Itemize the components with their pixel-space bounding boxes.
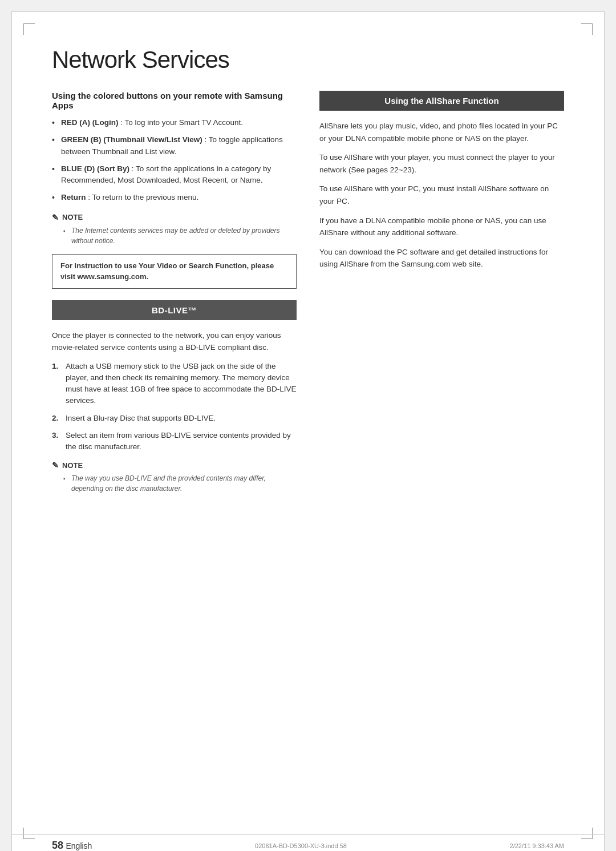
bullet-item-return-text: : To return to the previous menu. xyxy=(88,193,198,201)
bd-live-note-item-1: The way you use BD-LIVE and the provided… xyxy=(63,473,297,494)
allshare-para-5: You can download the PC software and get… xyxy=(319,246,564,271)
bullet-item-green: GREEN (B) (Thumbnail View/List View) : T… xyxy=(52,134,297,158)
bd-live-step-3: 3. Select an item from various BD-LIVE s… xyxy=(52,430,297,453)
bullet-item-red-text: : To log into your Smart TV Account. xyxy=(120,118,243,127)
note-label: NOTE xyxy=(62,213,83,221)
bd-live-note-label: NOTE xyxy=(62,461,83,470)
note-item-1-text: The Internet contents services may be ad… xyxy=(71,227,280,245)
note-icon: ✎ xyxy=(52,213,59,222)
bullet-item-red-bold: RED (A) (Login) xyxy=(61,118,118,127)
document-page: Network Services Using the colored butto… xyxy=(11,11,605,851)
allshare-para-4: If you have a DLNA compatible mobile pho… xyxy=(319,215,564,239)
bd-live-note-section: ✎ NOTE The way you use BD-LIVE and the p… xyxy=(52,461,297,494)
footer-date: 2/22/11 9:33:43 AM xyxy=(510,842,564,849)
bd-live-heading-text: BD-LIVE™ xyxy=(152,305,197,315)
note-section: ✎ NOTE The Internet contents services ma… xyxy=(52,213,297,246)
allshare-heading-box: Using the AllShare Function xyxy=(319,91,564,111)
note-sub-list: The Internet contents services may be ad… xyxy=(52,225,297,246)
bullet-item-return: Return : To return to the previous menu. xyxy=(52,192,297,203)
bd-live-note-sub-list: The way you use BD-LIVE and the provided… xyxy=(52,473,297,494)
bd-live-step-2: 2. Insert a Blu-ray Disc that supports B… xyxy=(52,413,297,424)
bd-live-steps-list: 1. Attach a USB memory stick to the USB … xyxy=(52,361,297,453)
step-2-num: 2. xyxy=(52,413,61,424)
corner-mark-top-right xyxy=(581,23,593,35)
allshare-para-1: AllShare lets you play music, video, and… xyxy=(319,120,564,144)
bd-live-note-item-1-text: The way you use BD-LIVE and the provided… xyxy=(71,474,266,493)
bullet-item-blue-bold: BLUE (D) (Sort By) xyxy=(61,164,129,173)
allshare-para-3: To use AllShare with your PC, you must i… xyxy=(319,183,564,207)
allshare-para-2: To use AllShare with your player, you mu… xyxy=(319,151,564,176)
info-box: For instruction to use Your Video or Sea… xyxy=(52,254,297,289)
left-column: Using the colored buttons on your remote… xyxy=(52,91,297,502)
content-layout: Using the colored buttons on your remote… xyxy=(52,91,564,502)
remote-section-heading: Using the colored buttons on your remote… xyxy=(52,91,297,110)
corner-mark-top-left xyxy=(23,23,35,35)
step-3-num: 3. xyxy=(52,430,61,453)
bullet-item-blue: BLUE (D) (Sort By) : To sort the applica… xyxy=(52,163,297,187)
bullet-item-green-bold: GREEN (B) (Thumbnail View/List View) xyxy=(61,135,202,144)
allshare-heading-text: Using the AllShare Function xyxy=(384,96,499,106)
bullet-item-return-bold: Return xyxy=(61,193,86,201)
page-number-section: 58 English xyxy=(52,840,92,851)
bullet-item-red: RED (A) (Login) : To log into your Smart… xyxy=(52,117,297,128)
right-column: Using the AllShare Function AllShare let… xyxy=(319,91,564,502)
bd-live-intro: Once the player is connected to the netw… xyxy=(52,329,297,354)
bd-live-note-icon: ✎ xyxy=(52,461,59,470)
footer-file: 02061A-BD-D5300-XU-3.indd 58 xyxy=(255,842,347,849)
bd-live-note-header: ✎ NOTE xyxy=(52,461,297,470)
info-box-text: For instruction to use Your Video or Sea… xyxy=(60,261,274,281)
bd-live-heading-box: BD-LIVE™ xyxy=(52,300,297,320)
page-title: Network Services xyxy=(52,46,564,74)
page-number-label: English xyxy=(66,841,92,850)
note-header: ✎ NOTE xyxy=(52,213,297,222)
note-item-1: The Internet contents services may be ad… xyxy=(63,225,297,246)
step-2-text: Insert a Blu-ray Disc that supports BD-L… xyxy=(66,413,216,424)
bd-live-step-1: 1. Attach a USB memory stick to the USB … xyxy=(52,361,297,407)
step-1-num: 1. xyxy=(52,361,61,407)
step-3-text: Select an item from various BD-LIVE serv… xyxy=(66,430,297,453)
remote-bullet-list: RED (A) (Login) : To log into your Smart… xyxy=(52,117,297,204)
page-footer: 58 English 02061A-BD-D5300-XU-3.indd 58 … xyxy=(12,834,604,851)
step-1-text: Attach a USB memory stick to the USB jac… xyxy=(66,361,297,407)
page-number: 58 xyxy=(52,840,63,851)
